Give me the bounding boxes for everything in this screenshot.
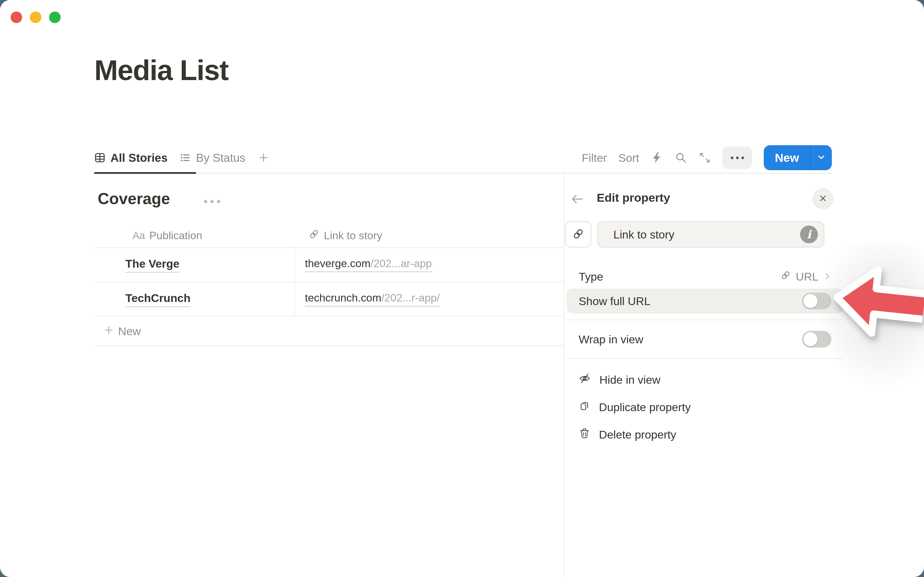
plus-icon xyxy=(258,152,269,163)
new-dropdown-button[interactable] xyxy=(811,145,832,170)
eye-off-icon xyxy=(579,372,591,387)
url-domain: techcrunch.com xyxy=(305,292,381,304)
tab-all-stories[interactable]: All Stories xyxy=(94,151,168,164)
search-icon[interactable] xyxy=(675,152,687,164)
property-name-input[interactable]: Link to story i xyxy=(597,221,824,248)
add-view-button[interactable] xyxy=(258,152,269,163)
new-row-button[interactable]: New xyxy=(94,317,564,346)
filter-button[interactable]: Filter xyxy=(582,151,607,164)
menu-item-label: Hide in view xyxy=(599,373,660,386)
close-window-button[interactable] xyxy=(11,11,22,23)
plus-icon xyxy=(104,324,114,338)
view-toolbar: Filter Sort New xyxy=(582,143,832,172)
more-options-button[interactable] xyxy=(722,147,752,169)
url-path-truncated: /202...ar-app xyxy=(371,257,432,269)
panel-section-divider xyxy=(567,319,843,320)
tab-by-status[interactable]: By Status xyxy=(180,151,245,164)
type-row[interactable]: Type URL xyxy=(567,264,843,289)
type-label: Type xyxy=(579,270,603,283)
table-row[interactable]: TechCrunch techcrunch.com/202...r-app/ xyxy=(94,282,564,317)
window-controls xyxy=(11,11,61,23)
publication-cell[interactable]: The Verge xyxy=(94,248,294,282)
duplicate-property-item[interactable]: Duplicate property xyxy=(567,393,843,421)
column-divider xyxy=(294,248,295,317)
column-label: Publication xyxy=(149,229,202,242)
publication-cell[interactable]: TechCrunch xyxy=(94,282,294,316)
trash-icon xyxy=(579,427,590,442)
property-actions-menu: Hide in view Duplicate property xyxy=(567,366,843,448)
tab-label: By Status xyxy=(196,151,245,164)
new-button-group: New xyxy=(764,145,832,170)
table-icon xyxy=(94,152,106,163)
panel-title: Edit property xyxy=(597,191,670,205)
menu-item-label: Duplicate property xyxy=(599,401,691,414)
link-icon xyxy=(780,270,791,283)
close-icon xyxy=(818,194,827,204)
url-cell[interactable]: theverge.com/202...ar-app xyxy=(294,248,564,282)
tab-label: All Stories xyxy=(110,151,168,164)
link-icon xyxy=(572,228,585,241)
close-panel-button[interactable] xyxy=(813,188,834,210)
expand-icon[interactable] xyxy=(699,152,711,164)
info-icon[interactable]: i xyxy=(800,226,818,243)
duplicate-icon xyxy=(579,400,590,414)
screen: Media List All Stories xyxy=(0,0,924,577)
back-arrow-icon xyxy=(570,202,584,206)
link-icon xyxy=(309,229,320,242)
sort-button[interactable]: Sort xyxy=(619,151,639,164)
left-arrow-icon xyxy=(834,266,924,339)
wrap-in-view-label: Wrap in view xyxy=(579,333,643,346)
url-link[interactable]: techcrunch.com/202...r-app/ xyxy=(305,292,439,306)
show-full-url-label: Show full URL xyxy=(579,295,650,308)
lightning-icon[interactable] xyxy=(651,152,663,164)
column-label: Link to story xyxy=(324,229,382,242)
column-header-publication[interactable]: Aa Publication xyxy=(94,229,294,242)
chevron-down-icon xyxy=(817,153,826,163)
property-name-value: Link to story xyxy=(613,228,800,241)
panel-section-divider xyxy=(567,358,843,359)
panel-divider xyxy=(564,174,564,577)
database-options-icon[interactable] xyxy=(204,200,220,203)
active-tab-underline xyxy=(94,172,196,174)
url-cell[interactable]: techcrunch.com/202...r-app/ xyxy=(294,282,564,316)
minimize-window-button[interactable] xyxy=(30,11,41,23)
url-link[interactable]: theverge.com/202...ar-app xyxy=(305,257,432,272)
viewbar-divider xyxy=(94,173,832,174)
text-property-icon: Aa xyxy=(132,230,145,242)
wrap-in-view-row[interactable]: Wrap in view xyxy=(567,327,843,352)
new-row-label: New xyxy=(118,324,141,338)
delete-property-item[interactable]: Delete property xyxy=(567,421,843,448)
list-icon xyxy=(180,152,191,163)
page-title: Media List xyxy=(94,54,228,87)
page-link[interactable]: TechCrunch xyxy=(125,292,191,307)
database-title: Coverage xyxy=(98,189,170,208)
hide-in-view-item[interactable]: Hide in view xyxy=(567,366,843,393)
annotation-arrow xyxy=(832,257,924,346)
url-path-truncated: /202...r-app/ xyxy=(381,292,440,304)
table-row[interactable]: The Verge theverge.com/202...ar-app xyxy=(94,248,564,282)
page-link[interactable]: The Verge xyxy=(125,257,179,272)
zoom-window-button[interactable] xyxy=(49,11,61,23)
app-window: Media List All Stories xyxy=(0,0,924,577)
new-button[interactable]: New xyxy=(764,145,810,170)
show-full-url-row[interactable]: Show full URL xyxy=(567,288,843,314)
view-tabs: All Stories By Status xyxy=(94,143,269,172)
back-button[interactable] xyxy=(570,192,584,207)
column-header-link-to-story[interactable]: Link to story xyxy=(294,229,564,242)
url-domain: theverge.com xyxy=(305,257,371,269)
menu-item-label: Delete property xyxy=(599,428,676,441)
property-icon-button[interactable] xyxy=(565,221,591,248)
table-header: Aa Publication Link to story xyxy=(94,224,564,247)
